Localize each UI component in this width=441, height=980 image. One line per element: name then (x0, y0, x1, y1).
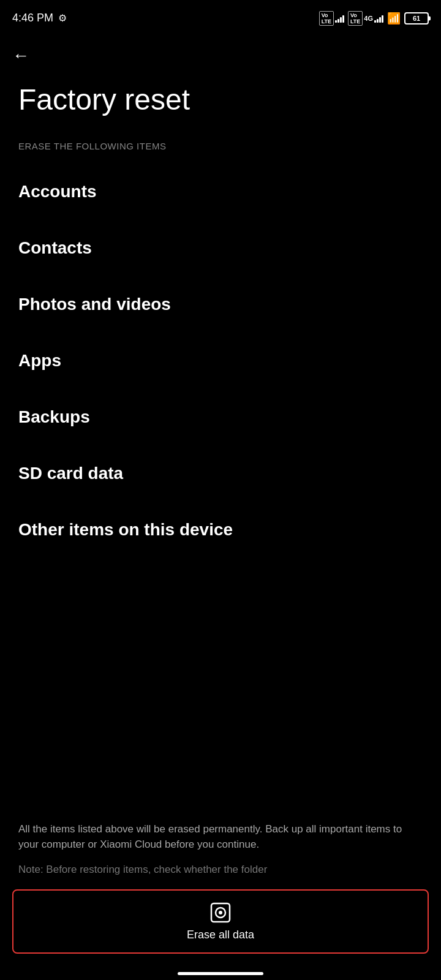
note-text: Note: Before restoring items, check whet… (0, 862, 441, 884)
signal-bars-1 (335, 14, 344, 23)
main-content: ← Factory reset ERASE THE FOLLOWING ITEM… (0, 34, 441, 980)
erase-item-backups: Backups (18, 389, 423, 445)
warning-text: All the items listed above will be erase… (0, 809, 441, 862)
section-header: ERASE THE FOLLOWING ITEMS (0, 135, 441, 164)
erase-item-photos: Photos and videos (18, 276, 423, 333)
gear-icon: ⚙ (58, 12, 67, 24)
volte-badge-1: VoLTE (319, 11, 334, 26)
erase-item-apps: Apps (18, 333, 423, 389)
time-display: 4:46 PM (12, 12, 53, 24)
back-button[interactable]: ← (0, 34, 441, 72)
status-icons: VoLTE VoLTE 4G 📶 61 (319, 11, 429, 26)
erase-item-contacts: Contacts (18, 220, 423, 276)
erase-items-list: Accounts Contacts Photos and videos Apps… (0, 164, 441, 558)
volte-signal-1: VoLTE (319, 11, 344, 26)
spacer (0, 558, 441, 809)
battery-indicator: 61 (404, 12, 429, 24)
battery-level: 61 (413, 15, 420, 22)
status-time-block: 4:46 PM ⚙ (12, 12, 67, 24)
erase-item-sdcard: SD card data (18, 445, 423, 502)
erase-item-other: Other items on this device (18, 502, 423, 558)
volte-signal-2: VoLTE 4G (348, 11, 383, 26)
home-indicator (0, 966, 441, 980)
erase-item-accounts: Accounts (18, 164, 423, 220)
volte-badge-2: VoLTE (348, 11, 363, 26)
page-title: Factory reset (0, 72, 441, 135)
status-bar: 4:46 PM ⚙ VoLTE VoLTE 4G 📶 61 (0, 0, 441, 34)
wifi-icon: 📶 (387, 12, 401, 25)
4g-label: 4G (364, 15, 373, 22)
erase-button-icon (209, 902, 232, 924)
erase-all-data-button[interactable]: Erase all data (12, 889, 429, 954)
erase-button-label: Erase all data (187, 929, 254, 941)
home-bar (178, 972, 263, 975)
svg-point-2 (219, 911, 222, 914)
signal-bars-2 (374, 14, 383, 23)
